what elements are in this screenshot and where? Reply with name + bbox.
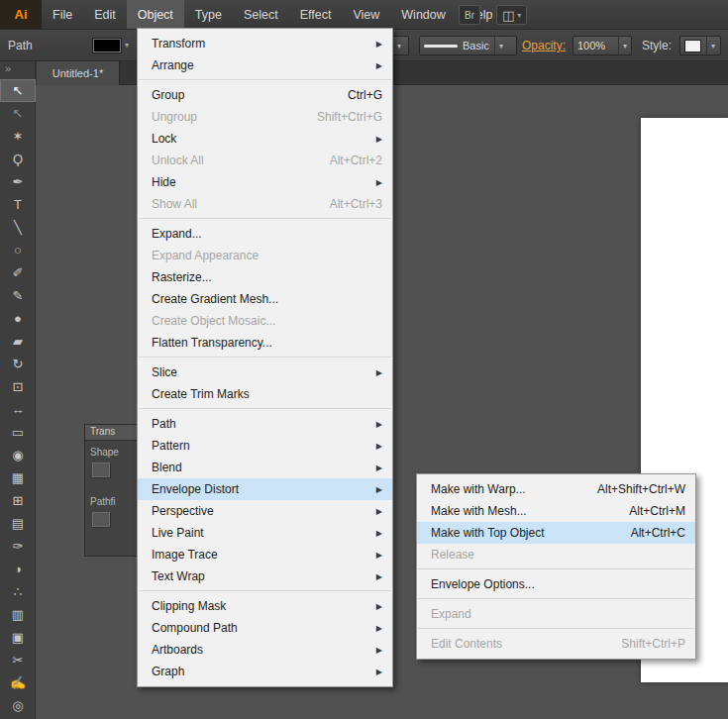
menu-item-perspective[interactable]: Perspective▶	[138, 500, 392, 522]
chevron-down-icon: ▾	[618, 37, 627, 54]
gradient-tool[interactable]: ▤	[0, 512, 36, 535]
menu-item-ungroup[interactable]: UngroupShift+Ctrl+G	[138, 106, 392, 128]
menu-item-slice[interactable]: Slice▶	[138, 361, 392, 383]
line-segment-tool[interactable]: ╲	[0, 216, 36, 239]
pen-tool[interactable]: ✒	[0, 170, 36, 193]
selection-tool[interactable]: ↖	[0, 79, 36, 102]
menu-item-envelope-distort[interactable]: Envelope Distort▶	[138, 478, 392, 500]
submenu-arrow-icon: ▶	[359, 442, 382, 451]
menu-item-pattern[interactable]: Pattern▶	[138, 435, 392, 457]
perspective-grid-tool[interactable]: ▦	[0, 466, 36, 489]
menu-separator	[139, 218, 391, 219]
fill-dropdown-arrow-icon[interactable]: ▾	[125, 41, 129, 50]
width-tool[interactable]: ↔	[0, 398, 36, 421]
pathfinder-button[interactable]	[92, 512, 110, 527]
submenu-item-envelope-options[interactable]: Envelope Options...	[417, 573, 695, 595]
menu-item-arrange[interactable]: Arrange▶	[138, 54, 392, 76]
submenu-arrow-icon: ▶	[359, 624, 382, 633]
free-transform-tool[interactable]: ▭	[0, 421, 36, 444]
shape-builder-tool[interactable]: ◉	[0, 444, 36, 466]
menu-window[interactable]: Window	[390, 0, 456, 29]
blend-tool[interactable]: ◑	[0, 558, 36, 580]
menu-item-clipping-mask[interactable]: Clipping Mask▶	[138, 595, 392, 617]
style-dropdown[interactable]: ▾	[679, 36, 721, 55]
scale-tool[interactable]: ⊡	[0, 375, 36, 398]
eraser-tool[interactable]: ▰	[0, 330, 36, 353]
symbol-sprayer-tool[interactable]: ∴	[0, 580, 36, 603]
menubar-tools: Br ◫ ▾	[459, 4, 527, 26]
submenu-item-make-with-warp[interactable]: Make with Warp...Alt+Shift+Ctrl+W	[417, 478, 695, 500]
menu-view[interactable]: View	[342, 0, 390, 29]
submenu-item-release[interactable]: Release	[417, 544, 695, 565]
workspace-switcher-button[interactable]: ◫ ▾	[496, 5, 527, 25]
envelope-distort-submenu: Make with Warp...Alt+Shift+Ctrl+W Make w…	[416, 473, 696, 660]
slice-tool[interactable]: ✂	[0, 649, 36, 671]
menu-item-create-gradient-mesh[interactable]: Create Gradient Mesh...	[138, 288, 392, 310]
menu-item-create-trim-marks[interactable]: Create Trim Marks	[138, 383, 392, 405]
menu-item-artboards[interactable]: Artboards▶	[138, 639, 392, 661]
rotate-tool[interactable]: ↻	[0, 353, 36, 375]
menu-item-text-wrap[interactable]: Text Wrap▶	[138, 565, 392, 587]
menu-item-lock[interactable]: Lock▶	[138, 128, 392, 150]
panel-tab-transform[interactable]: Trans	[85, 425, 137, 441]
pencil-tool-icon: ✎	[13, 288, 24, 303]
lasso-tool[interactable]: Ϙ	[0, 148, 36, 170]
direct-selection-tool[interactable]: ↖	[0, 102, 36, 125]
submenu-arrow-icon: ▶	[359, 135, 382, 144]
menu-effect[interactable]: Effect	[289, 0, 343, 29]
menu-item-unlock-all[interactable]: Unlock AllAlt+Ctrl+2	[138, 150, 392, 171]
zoom-tool[interactable]: ◎	[0, 694, 36, 717]
menu-item-blend[interactable]: Blend▶	[138, 457, 392, 478]
ellipse-tool[interactable]: ○	[0, 239, 36, 261]
fill-color-swatch[interactable]	[93, 39, 121, 52]
pencil-tool[interactable]: ✎	[0, 284, 36, 307]
shape-mode-button[interactable]	[92, 462, 110, 477]
menu-item-group[interactable]: GroupCtrl+G	[138, 84, 392, 106]
menu-file[interactable]: File	[42, 0, 83, 29]
type-tool[interactable]: T	[0, 193, 36, 216]
menu-select[interactable]: Select	[233, 0, 289, 29]
toolbar-collapse-button[interactable]: »	[0, 61, 35, 79]
perspective-grid-tool-icon: ▦	[12, 470, 24, 485]
menu-item-rasterize[interactable]: Rasterize...	[138, 266, 392, 288]
paintbrush-tool[interactable]: ✐	[0, 261, 36, 284]
hand-tool[interactable]: ✍	[0, 671, 36, 694]
artboard-tool-icon: ▣	[12, 630, 24, 645]
menu-item-path[interactable]: Path▶	[138, 413, 392, 435]
blob-brush-tool[interactable]: ●	[0, 307, 36, 330]
submenu-item-make-with-top-object[interactable]: Make with Top ObjectAlt+Ctrl+C	[417, 522, 695, 544]
bridge-button[interactable]: Br	[459, 5, 480, 25]
menu-item-expand[interactable]: Expand...	[138, 223, 392, 245]
mesh-tool[interactable]: ⊞	[0, 489, 36, 512]
menu-item-flatten-transparency[interactable]: Flatten Transparency...	[138, 332, 392, 354]
column-graph-tool[interactable]: ▥	[0, 603, 36, 626]
menu-item-expand-appearance[interactable]: Expand Appearance	[138, 245, 392, 266]
menu-type[interactable]: Type	[184, 0, 233, 29]
menu-item-hide[interactable]: Hide▶	[138, 171, 392, 193]
eyedropper-tool[interactable]: ✑	[0, 535, 36, 558]
ellipse-tool-icon: ○	[14, 243, 22, 257]
menu-item-compound-path[interactable]: Compound Path▶	[138, 617, 392, 639]
document-tab[interactable]: Untitled-1*	[37, 61, 120, 85]
submenu-item-edit-contents[interactable]: Edit ContentsShift+Ctrl+P	[417, 633, 695, 655]
submenu-item-make-with-mesh[interactable]: Make with Mesh...Alt+Ctrl+M	[417, 500, 695, 522]
width-profile-dropdown[interactable]: ▾	[392, 36, 409, 55]
menu-edit[interactable]: Edit	[83, 0, 127, 29]
brush-definition-dropdown[interactable]: Basic ▾	[419, 36, 517, 55]
chevron-down-icon: ▾	[706, 37, 715, 54]
menu-item-graph[interactable]: Graph▶	[138, 661, 392, 682]
artboard-tool[interactable]: ▣	[0, 626, 36, 649]
menu-item-image-trace[interactable]: Image Trace▶	[138, 544, 392, 565]
magic-wand-tool[interactable]: ✶	[0, 125, 36, 148]
menu-item-live-paint[interactable]: Live Paint▶	[138, 522, 392, 544]
menu-item-create-object-mosaic[interactable]: Create Object Mosaic...	[138, 310, 392, 332]
blend-tool-icon: ◑	[14, 562, 22, 576]
menu-object[interactable]: Object	[127, 0, 184, 29]
menu-item-transform[interactable]: Transform▶	[138, 33, 392, 54]
submenu-item-expand[interactable]: Expand	[417, 603, 695, 625]
shape-label: Shape	[90, 447, 119, 458]
opacity-dropdown[interactable]: 100% ▾	[572, 36, 632, 55]
opacity-link[interactable]: Opacity:	[522, 39, 566, 52]
scale-tool-icon: ⊡	[13, 379, 24, 394]
menu-item-show-all[interactable]: Show AllAlt+Ctrl+3	[138, 193, 392, 215]
